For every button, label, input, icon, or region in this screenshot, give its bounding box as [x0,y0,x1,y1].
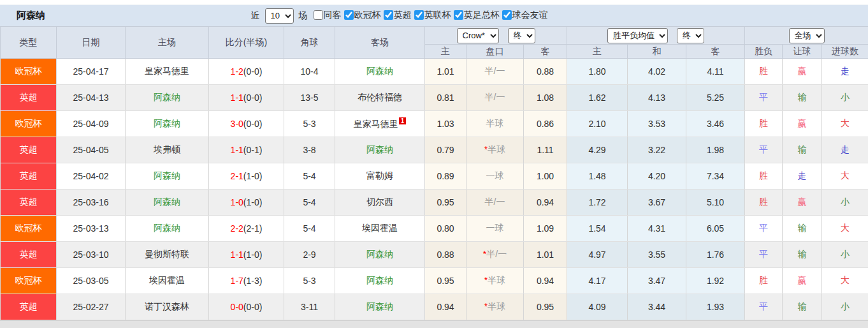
filter-label: 英联杯 [424,10,451,21]
filter-label: 英超 [394,10,412,21]
cell-away-team: 阿森纳 [335,294,425,320]
cell-corners: 5-4 [284,190,335,216]
cell-corners: 5-3 [284,268,335,294]
cell-date: 25-03-13 [57,216,126,242]
cell-away-team: 皇家马德里1 [335,111,425,137]
avg-odds-group-header: 胜平负均值 终 [567,27,745,45]
table-row: 欧冠杯25-03-13阿森纳2-2(2-1)5-4埃因霍温0.80一球1.091… [1,216,868,242]
cell-avg-home-odds: 4.09 [567,294,628,320]
cell-avg-home-odds: 4.29 [567,137,628,163]
cell-result-goals: 小 [822,294,868,320]
filter-checkbox[interactable] [384,10,393,20]
handicap-star: * [484,275,488,285]
bookmaker-time-select[interactable]: 终 [508,28,535,43]
cell-home-team: 阿森纳 [126,190,209,216]
cell-result-handicap: 输 [783,294,822,320]
avg-time-select[interactable]: 终 [677,28,704,43]
recent-count-select[interactable]: 10 [265,8,294,24]
cell-avg-home-odds: 4.97 [567,242,628,268]
filter-球会友谊[interactable]: 球会友谊 [502,10,548,21]
filter-欧冠杯[interactable]: 欧冠杯 [344,10,381,21]
cell-handicap-away-odds: 0.86 [524,111,567,137]
cell-handicap-line: 一球 [467,216,524,242]
cell-handicap-away-odds: 1.01 [524,242,567,268]
cell-date: 25-04-05 [57,137,126,163]
cell-result-handicap: 输 [783,216,822,242]
cell-handicap-away-odds: 0.94 [524,268,567,294]
sub-header-handicap: 盘口 [467,45,524,59]
table-row: 欧冠杯25-04-17皇家马德里1-2(0-0)10-4阿森纳1.01半/一0.… [1,59,868,85]
cell-handicap-home-odds: 0.95 [425,268,467,294]
cell-avg-home-odds: 2.10 [567,111,628,137]
table-row: 英超25-04-02阿森纳2-1(1-0)5-4富勒姆0.89一球1.001.4… [1,163,868,190]
away-team-badge: 1 [399,117,407,124]
filter-checkbox[interactable] [454,10,463,20]
cell-result-wdl: 平 [745,242,783,268]
cell-date: 25-03-16 [57,190,126,216]
cell-result-handicap: 赢 [783,59,822,85]
cell-score: 1-2(0-0) [209,59,284,85]
filter-英足总杯[interactable]: 英足总杯 [454,10,500,21]
filter-list: 同客欧冠杯英超英联杯英足总杯球会友谊 [311,10,548,22]
cell-avg-away-odds: 1.76 [686,242,745,268]
cell-home-team: 埃弗顿 [126,137,209,163]
table-row: 英超25-04-13阿森纳1-1(0-0)13-5布伦特福德0.81半/一1.0… [1,85,868,111]
cell-corners: 3-11 [284,294,335,320]
cell-competition: 欧冠杯 [1,268,57,294]
page-title: 阿森纳 [17,10,45,22]
period-select[interactable]: 全场 [789,28,825,43]
table-row: 英超25-03-16阿森纳1-0(1-0)5-4切尔西0.95半/一0.941.… [1,190,868,216]
cell-avg-away-odds: 7.34 [686,163,745,190]
cell-score: 1-0(1-0) [209,190,284,216]
avg-type-select[interactable]: 胜平负均值 [607,28,668,43]
cell-handicap-line: *半球 [467,268,524,294]
filter-label: 同客 [324,10,342,21]
cell-date: 25-03-05 [57,268,126,294]
cell-away-team: 埃因霍温 [335,216,425,242]
table-row: 英超25-04-05埃弗顿1-1(0-1)3-8阿森纳0.79*半球1.114.… [1,137,868,163]
filter-checkbox[interactable] [314,10,323,20]
cell-home-team: 阿森纳 [126,85,209,111]
cell-handicap-home-odds: 0.95 [425,190,467,216]
sub-header-result-wdl: 胜负 [745,45,783,59]
cell-avg-draw-odds: 3.22 [628,137,686,163]
handicap-odds-group-header: Crow* 终 [425,27,567,45]
cell-avg-away-odds: 1.92 [686,268,745,294]
cell-date: 25-02-27 [57,294,126,320]
handicap-star: * [484,301,488,311]
result-group-header: 全场 [745,27,868,45]
matches-label: 场 [299,10,308,22]
col-header-corner: 角球 [284,27,335,59]
handicap-star: * [484,144,488,154]
cell-avg-draw-odds: 4.20 [628,163,686,190]
cell-home-team: 曼彻斯特联 [126,242,209,268]
cell-avg-draw-odds: 3.55 [628,242,686,268]
filter-label: 英足总杯 [464,10,500,21]
cell-score: 2-2(2-1) [209,216,284,242]
title-bar: 阿森纳 近 10 场 同客欧冠杯英超英联杯英足总杯球会友谊 [0,5,868,26]
cell-result-handicap: 走 [783,163,822,190]
cell-away-team: 富勒姆 [335,163,425,190]
cell-avg-home-odds: 1.72 [567,190,628,216]
filter-checkbox[interactable] [502,10,512,20]
cell-score: 1-1(0-0) [209,85,284,111]
bookmaker-select[interactable]: Crow* [457,28,499,43]
filter-checkbox[interactable] [414,10,424,20]
sub-header-avg-draw: 和 [628,45,686,59]
cell-corners: 2-9 [284,242,335,268]
cell-away-team: 阿森纳 [335,59,425,85]
cell-date: 25-04-02 [57,163,126,190]
cell-result-wdl: 胜 [745,163,783,190]
filter-同客[interactable]: 同客 [314,10,342,21]
filter-英超[interactable]: 英超 [384,10,412,21]
cell-handicap-home-odds: 0.89 [425,163,467,190]
cell-avg-away-odds: 5.10 [686,190,745,216]
filter-checkbox[interactable] [344,10,354,20]
cell-home-team: 阿森纳 [126,111,209,137]
filter-英联杯[interactable]: 英联杯 [414,10,451,21]
cell-result-handicap: 赢 [783,268,822,294]
cell-result-goals: 大 [822,216,868,242]
sub-header-avg-home: 主 [567,45,628,59]
cell-result-handicap: 输 [783,85,822,111]
match-history-table: 类型 日期 主场 比分(半场) 角球 客场 Crow* 终 胜平负均值 终 全场 [0,26,868,320]
